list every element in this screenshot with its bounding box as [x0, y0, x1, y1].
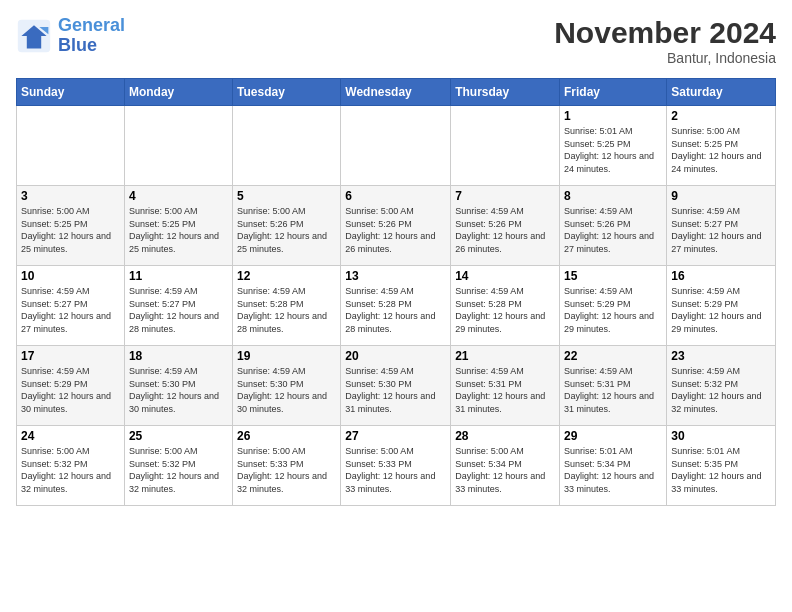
page-header: General Blue November 2024 Bantur, Indon… — [16, 16, 776, 66]
calendar-table: SundayMondayTuesdayWednesdayThursdayFrid… — [16, 78, 776, 506]
day-info: Sunrise: 4:59 AM Sunset: 5:30 PM Dayligh… — [129, 365, 228, 415]
weekday-header-saturday: Saturday — [667, 79, 776, 106]
day-number: 28 — [455, 429, 555, 443]
day-info: Sunrise: 4:59 AM Sunset: 5:27 PM Dayligh… — [21, 285, 120, 335]
calendar-cell: 27Sunrise: 5:00 AM Sunset: 5:33 PM Dayli… — [341, 426, 451, 506]
day-info: Sunrise: 4:59 AM Sunset: 5:31 PM Dayligh… — [455, 365, 555, 415]
day-number: 24 — [21, 429, 120, 443]
calendar-cell: 30Sunrise: 5:01 AM Sunset: 5:35 PM Dayli… — [667, 426, 776, 506]
day-info: Sunrise: 4:59 AM Sunset: 5:31 PM Dayligh… — [564, 365, 662, 415]
title-block: November 2024 Bantur, Indonesia — [554, 16, 776, 66]
calendar-week-5: 24Sunrise: 5:00 AM Sunset: 5:32 PM Dayli… — [17, 426, 776, 506]
calendar-cell: 26Sunrise: 5:00 AM Sunset: 5:33 PM Dayli… — [233, 426, 341, 506]
day-number: 17 — [21, 349, 120, 363]
calendar-cell: 25Sunrise: 5:00 AM Sunset: 5:32 PM Dayli… — [124, 426, 232, 506]
day-number: 11 — [129, 269, 228, 283]
day-info: Sunrise: 5:00 AM Sunset: 5:33 PM Dayligh… — [237, 445, 336, 495]
calendar-cell: 28Sunrise: 5:00 AM Sunset: 5:34 PM Dayli… — [451, 426, 560, 506]
day-info: Sunrise: 4:59 AM Sunset: 5:29 PM Dayligh… — [671, 285, 771, 335]
day-info: Sunrise: 4:59 AM Sunset: 5:27 PM Dayligh… — [129, 285, 228, 335]
calendar-cell — [233, 106, 341, 186]
day-number: 26 — [237, 429, 336, 443]
calendar-cell — [124, 106, 232, 186]
day-number: 23 — [671, 349, 771, 363]
day-info: Sunrise: 4:59 AM Sunset: 5:29 PM Dayligh… — [21, 365, 120, 415]
day-number: 5 — [237, 189, 336, 203]
calendar-cell: 22Sunrise: 4:59 AM Sunset: 5:31 PM Dayli… — [560, 346, 667, 426]
day-info: Sunrise: 4:59 AM Sunset: 5:29 PM Dayligh… — [564, 285, 662, 335]
location: Bantur, Indonesia — [554, 50, 776, 66]
day-number: 9 — [671, 189, 771, 203]
day-number: 19 — [237, 349, 336, 363]
calendar-cell: 1Sunrise: 5:01 AM Sunset: 5:25 PM Daylig… — [560, 106, 667, 186]
calendar-cell: 29Sunrise: 5:01 AM Sunset: 5:34 PM Dayli… — [560, 426, 667, 506]
day-info: Sunrise: 5:00 AM Sunset: 5:32 PM Dayligh… — [21, 445, 120, 495]
calendar-cell: 5Sunrise: 5:00 AM Sunset: 5:26 PM Daylig… — [233, 186, 341, 266]
day-number: 30 — [671, 429, 771, 443]
day-number: 14 — [455, 269, 555, 283]
day-number: 4 — [129, 189, 228, 203]
calendar-cell — [17, 106, 125, 186]
weekday-header-sunday: Sunday — [17, 79, 125, 106]
day-info: Sunrise: 4:59 AM Sunset: 5:27 PM Dayligh… — [671, 205, 771, 255]
calendar-week-3: 10Sunrise: 4:59 AM Sunset: 5:27 PM Dayli… — [17, 266, 776, 346]
weekday-header-thursday: Thursday — [451, 79, 560, 106]
day-number: 8 — [564, 189, 662, 203]
day-number: 22 — [564, 349, 662, 363]
calendar-week-2: 3Sunrise: 5:00 AM Sunset: 5:25 PM Daylig… — [17, 186, 776, 266]
day-info: Sunrise: 5:00 AM Sunset: 5:34 PM Dayligh… — [455, 445, 555, 495]
weekday-header-friday: Friday — [560, 79, 667, 106]
day-info: Sunrise: 5:00 AM Sunset: 5:33 PM Dayligh… — [345, 445, 446, 495]
calendar-cell: 9Sunrise: 4:59 AM Sunset: 5:27 PM Daylig… — [667, 186, 776, 266]
day-number: 25 — [129, 429, 228, 443]
day-number: 16 — [671, 269, 771, 283]
calendar-cell: 2Sunrise: 5:00 AM Sunset: 5:25 PM Daylig… — [667, 106, 776, 186]
calendar-cell — [451, 106, 560, 186]
day-info: Sunrise: 5:01 AM Sunset: 5:25 PM Dayligh… — [564, 125, 662, 175]
calendar-cell: 10Sunrise: 4:59 AM Sunset: 5:27 PM Dayli… — [17, 266, 125, 346]
day-number: 18 — [129, 349, 228, 363]
day-number: 7 — [455, 189, 555, 203]
day-info: Sunrise: 5:00 AM Sunset: 5:32 PM Dayligh… — [129, 445, 228, 495]
calendar-cell: 11Sunrise: 4:59 AM Sunset: 5:27 PM Dayli… — [124, 266, 232, 346]
calendar-cell: 17Sunrise: 4:59 AM Sunset: 5:29 PM Dayli… — [17, 346, 125, 426]
day-info: Sunrise: 5:00 AM Sunset: 5:26 PM Dayligh… — [345, 205, 446, 255]
calendar-cell: 8Sunrise: 4:59 AM Sunset: 5:26 PM Daylig… — [560, 186, 667, 266]
calendar-cell: 16Sunrise: 4:59 AM Sunset: 5:29 PM Dayli… — [667, 266, 776, 346]
calendar-cell: 15Sunrise: 4:59 AM Sunset: 5:29 PM Dayli… — [560, 266, 667, 346]
calendar-cell: 3Sunrise: 5:00 AM Sunset: 5:25 PM Daylig… — [17, 186, 125, 266]
day-number: 20 — [345, 349, 446, 363]
calendar-cell — [341, 106, 451, 186]
day-info: Sunrise: 5:01 AM Sunset: 5:34 PM Dayligh… — [564, 445, 662, 495]
day-number: 6 — [345, 189, 446, 203]
day-number: 1 — [564, 109, 662, 123]
day-info: Sunrise: 4:59 AM Sunset: 5:30 PM Dayligh… — [237, 365, 336, 415]
day-info: Sunrise: 5:00 AM Sunset: 5:25 PM Dayligh… — [671, 125, 771, 175]
calendar-cell: 18Sunrise: 4:59 AM Sunset: 5:30 PM Dayli… — [124, 346, 232, 426]
day-number: 27 — [345, 429, 446, 443]
day-info: Sunrise: 4:59 AM Sunset: 5:28 PM Dayligh… — [455, 285, 555, 335]
day-number: 2 — [671, 109, 771, 123]
day-info: Sunrise: 4:59 AM Sunset: 5:28 PM Dayligh… — [345, 285, 446, 335]
calendar-cell: 6Sunrise: 5:00 AM Sunset: 5:26 PM Daylig… — [341, 186, 451, 266]
month-title: November 2024 — [554, 16, 776, 50]
calendar-cell: 23Sunrise: 4:59 AM Sunset: 5:32 PM Dayli… — [667, 346, 776, 426]
logo-text: General Blue — [58, 16, 125, 56]
calendar-cell: 14Sunrise: 4:59 AM Sunset: 5:28 PM Dayli… — [451, 266, 560, 346]
logo: General Blue — [16, 16, 125, 56]
calendar-cell: 19Sunrise: 4:59 AM Sunset: 5:30 PM Dayli… — [233, 346, 341, 426]
day-number: 21 — [455, 349, 555, 363]
calendar-cell: 12Sunrise: 4:59 AM Sunset: 5:28 PM Dayli… — [233, 266, 341, 346]
day-info: Sunrise: 4:59 AM Sunset: 5:30 PM Dayligh… — [345, 365, 446, 415]
day-number: 15 — [564, 269, 662, 283]
day-info: Sunrise: 4:59 AM Sunset: 5:26 PM Dayligh… — [455, 205, 555, 255]
logo-icon — [16, 18, 52, 54]
day-info: Sunrise: 4:59 AM Sunset: 5:28 PM Dayligh… — [237, 285, 336, 335]
day-info: Sunrise: 5:01 AM Sunset: 5:35 PM Dayligh… — [671, 445, 771, 495]
day-number: 10 — [21, 269, 120, 283]
weekday-header-tuesday: Tuesday — [233, 79, 341, 106]
calendar-cell: 13Sunrise: 4:59 AM Sunset: 5:28 PM Dayli… — [341, 266, 451, 346]
day-info: Sunrise: 4:59 AM Sunset: 5:26 PM Dayligh… — [564, 205, 662, 255]
day-info: Sunrise: 5:00 AM Sunset: 5:26 PM Dayligh… — [237, 205, 336, 255]
calendar-cell: 20Sunrise: 4:59 AM Sunset: 5:30 PM Dayli… — [341, 346, 451, 426]
